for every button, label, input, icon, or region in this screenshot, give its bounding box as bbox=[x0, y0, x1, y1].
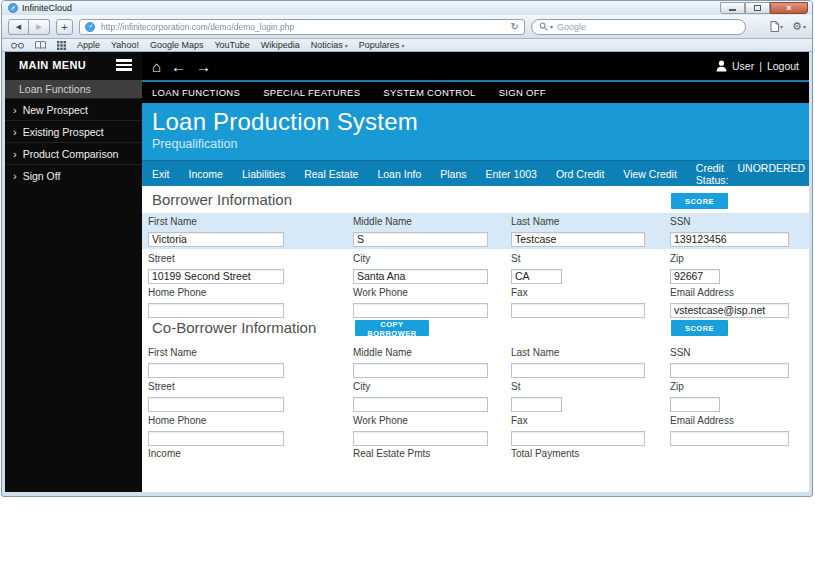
bookmark-apple[interactable]: Apple bbox=[77, 40, 100, 50]
bookmark-yahoo[interactable]: Yahoo! bbox=[111, 40, 139, 50]
bookmark-google-maps[interactable]: Google Maps bbox=[150, 40, 204, 50]
borrower-score-button[interactable]: SCORE bbox=[671, 193, 728, 209]
subnav-view-credit[interactable]: View Credit bbox=[623, 168, 677, 180]
borrower-street-input[interactable] bbox=[148, 269, 284, 284]
sidebar-item-new-prospect[interactable]: › New Prospect bbox=[5, 98, 142, 120]
borrower-address-row: Street City St Zip bbox=[142, 250, 809, 285]
coborrower-street-input[interactable] bbox=[148, 397, 284, 412]
coborrower-home-phone-input[interactable] bbox=[148, 431, 284, 446]
sidebar-item-loan-functions[interactable]: Loan Functions bbox=[5, 80, 142, 98]
borrower-work-phone-input[interactable] bbox=[353, 303, 488, 318]
url-input[interactable] bbox=[99, 21, 507, 33]
sidebar-item-product-comparison[interactable]: › Product Comparison bbox=[5, 142, 142, 164]
subnav-enter-1003[interactable]: Enter 1003 bbox=[486, 168, 537, 180]
close-button[interactable]: × bbox=[770, 2, 808, 14]
nav-special-features[interactable]: SPECIAL FEATURES bbox=[263, 87, 360, 98]
borrower-middle-name-input[interactable] bbox=[353, 232, 488, 247]
field-label: Street bbox=[148, 253, 284, 264]
subnav-loan-info[interactable]: Loan Info bbox=[377, 168, 421, 180]
page-icon bbox=[770, 21, 779, 32]
maximize-button[interactable] bbox=[745, 2, 770, 14]
bookmarks-book-icon[interactable] bbox=[35, 41, 46, 49]
user-link[interactable]: User bbox=[732, 60, 754, 72]
search-bar[interactable]: ▾ bbox=[531, 19, 746, 35]
subnav-plans[interactable]: Plans bbox=[440, 168, 466, 180]
coborrower-name-row: First Name Middle Name Last Name SSN bbox=[142, 344, 809, 379]
borrower-email-input[interactable] bbox=[670, 303, 789, 318]
coborrower-score-button[interactable]: SCORE bbox=[671, 320, 728, 336]
nav-system-control[interactable]: SYSTEM CONTROL bbox=[383, 87, 475, 98]
site-icon bbox=[85, 22, 95, 32]
minimize-icon bbox=[729, 9, 736, 11]
back-icon: ◀ bbox=[16, 23, 21, 31]
subnav-real-estate[interactable]: Real Estate bbox=[304, 168, 358, 180]
subnav-ord-credit[interactable]: Ord Credit bbox=[556, 168, 604, 180]
bookmark-noticias[interactable]: Noticias▾ bbox=[311, 40, 348, 50]
field-label: Work Phone bbox=[353, 415, 488, 426]
back-button[interactable]: ◀ bbox=[8, 19, 29, 35]
top-sites-grid-icon[interactable] bbox=[57, 41, 66, 50]
subnav-exit[interactable]: Exit bbox=[152, 168, 170, 180]
minimize-button[interactable] bbox=[720, 2, 745, 14]
borrower-ssn-input[interactable] bbox=[670, 232, 789, 247]
title-bar: InfiniteCloud × bbox=[2, 1, 812, 15]
coborrower-work-phone-input[interactable] bbox=[353, 431, 488, 446]
reading-glasses-icon[interactable] bbox=[11, 42, 24, 49]
borrower-last-name-input[interactable] bbox=[511, 232, 645, 247]
address-bar[interactable]: ↻ bbox=[79, 19, 525, 35]
field-label: Last Name bbox=[511, 216, 645, 227]
forward-arrow-icon[interactable]: → bbox=[196, 59, 211, 74]
new-tab-button[interactable]: + bbox=[56, 19, 73, 35]
bookmark-youtube[interactable]: YouTube bbox=[214, 40, 249, 50]
subnav-income[interactable]: Income bbox=[189, 168, 223, 180]
forward-icon: ▶ bbox=[36, 23, 41, 31]
field-label: Last Name bbox=[511, 347, 645, 358]
refresh-icon[interactable]: ↻ bbox=[511, 22, 519, 32]
coborrower-state-input[interactable] bbox=[511, 397, 562, 412]
borrower-city-input[interactable] bbox=[353, 269, 488, 284]
bookmarks-bar: Apple Yahoo! Google Maps YouTube Wikiped… bbox=[2, 39, 812, 52]
dropdown-icon: ▾ bbox=[401, 42, 404, 49]
forward-button[interactable]: ▶ bbox=[29, 19, 50, 35]
borrower-zip-input[interactable] bbox=[670, 269, 720, 284]
coborrower-email-input[interactable] bbox=[670, 431, 789, 446]
settings-menu-button[interactable]: ⚙ ▾ bbox=[792, 21, 806, 32]
coborrower-first-name-input[interactable] bbox=[148, 363, 284, 378]
coborrower-last-name-input[interactable] bbox=[511, 363, 645, 378]
coborrower-fax-input[interactable] bbox=[511, 431, 645, 446]
bookmark-wikipedia[interactable]: Wikipedia bbox=[261, 40, 300, 50]
borrower-contact-row: Home Phone Work Phone Fax Email Address bbox=[142, 284, 809, 319]
coborrower-address-row: Street City St Zip bbox=[142, 378, 809, 413]
borrower-first-name-input[interactable] bbox=[148, 232, 284, 247]
coborrower-zip-input[interactable] bbox=[670, 397, 720, 412]
nav-loan-functions[interactable]: LOAN FUNCTIONS bbox=[152, 87, 240, 98]
page-menu-button[interactable]: ▾ bbox=[770, 21, 783, 32]
back-arrow-icon[interactable]: ← bbox=[171, 59, 186, 74]
borrower-state-input[interactable] bbox=[511, 269, 562, 284]
sidebar-item-sign-off[interactable]: › Sign Off bbox=[5, 164, 142, 186]
borrower-home-phone-input[interactable] bbox=[148, 303, 284, 318]
nav-sign-off[interactable]: SIGN OFF bbox=[499, 87, 546, 98]
menu-icon[interactable] bbox=[116, 59, 132, 71]
coborrower-ssn-input[interactable] bbox=[670, 363, 789, 378]
field-label: Zip bbox=[670, 381, 720, 392]
bookmark-populares[interactable]: Populares▾ bbox=[359, 40, 405, 50]
coborrower-contact-row: Home Phone Work Phone Fax Email Address bbox=[142, 412, 809, 447]
borrower-fax-input[interactable] bbox=[511, 303, 645, 318]
subnav-liabilities[interactable]: Liabilities bbox=[242, 168, 285, 180]
home-icon[interactable]: ⌂ bbox=[152, 59, 161, 74]
field-label: St bbox=[511, 381, 562, 392]
gear-icon: ⚙ bbox=[792, 21, 802, 32]
close-icon: × bbox=[786, 3, 791, 13]
search-options-icon[interactable]: ▾ bbox=[550, 23, 553, 30]
main-area: ⌂ ← → User | Logout LOAN FUNCTIONS SPECI… bbox=[142, 52, 809, 492]
dropdown-icon: ▾ bbox=[345, 42, 348, 49]
coborrower-city-input[interactable] bbox=[353, 397, 488, 412]
copy-borrower-button[interactable]: COPY BORROWER bbox=[355, 320, 429, 336]
plus-icon: + bbox=[61, 21, 67, 33]
logout-link[interactable]: Logout bbox=[767, 60, 799, 72]
page-header: Loan Production System Prequalification bbox=[142, 103, 809, 160]
search-input[interactable] bbox=[555, 21, 738, 33]
sidebar-item-existing-prospect[interactable]: › Existing Prospect bbox=[5, 120, 142, 142]
coborrower-middle-name-input[interactable] bbox=[353, 363, 488, 378]
